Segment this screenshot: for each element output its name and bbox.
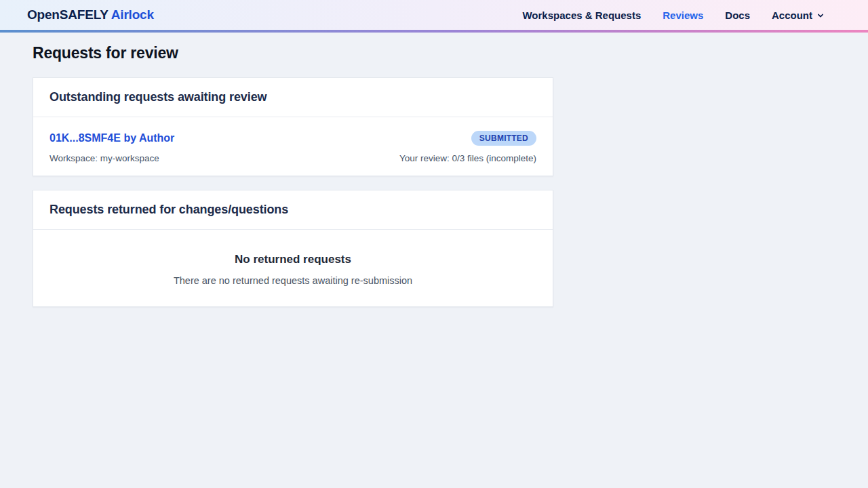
- outstanding-requests-title: Outstanding requests awaiting review: [50, 90, 536, 104]
- returned-requests-card: Requests returned for changes/questions …: [33, 190, 553, 307]
- request-workspace: Workspace: my-workspace: [50, 153, 159, 163]
- request-link[interactable]: 01K...8SMF4E by Author: [50, 132, 174, 144]
- nav-account-menu[interactable]: Account: [772, 9, 825, 21]
- request-review-progress: Your review: 0/3 files (incomplete): [399, 153, 536, 163]
- nav-docs[interactable]: Docs: [725, 9, 750, 21]
- request-row[interactable]: 01K...8SMF4E by Author SUBMITTED Workspa…: [33, 117, 553, 176]
- status-badge: SUBMITTED: [471, 131, 536, 146]
- nav-account-label: Account: [772, 9, 812, 21]
- nav-workspaces-requests[interactable]: Workspaces & Requests: [522, 9, 641, 21]
- main-content: Requests for review Outstanding requests…: [0, 33, 868, 307]
- returned-requests-title: Requests returned for changes/questions: [50, 203, 536, 217]
- outstanding-requests-card-header: Outstanding requests awaiting review: [33, 78, 553, 117]
- chevron-down-icon: [816, 12, 825, 20]
- brand-primary: OpenSAFELY: [27, 7, 108, 22]
- brand-secondary: Airlock: [111, 7, 154, 22]
- page-title: Requests for review: [33, 44, 835, 62]
- brand-logo[interactable]: OpenSAFELY Airlock: [27, 7, 154, 22]
- nav-reviews[interactable]: Reviews: [663, 9, 703, 21]
- outstanding-requests-card: Outstanding requests awaiting review 01K…: [33, 77, 553, 176]
- returned-requests-card-header: Requests returned for changes/questions: [33, 190, 553, 230]
- main-nav: Workspaces & Requests Reviews Docs Accou…: [522, 9, 825, 21]
- app-header: OpenSAFELY Airlock Workspaces & Requests…: [0, 0, 868, 33]
- empty-state-title: No returned requests: [50, 253, 536, 266]
- returned-requests-empty-state: No returned requests There are no return…: [33, 230, 553, 306]
- empty-state-subtitle: There are no returned requests awaiting …: [50, 275, 536, 286]
